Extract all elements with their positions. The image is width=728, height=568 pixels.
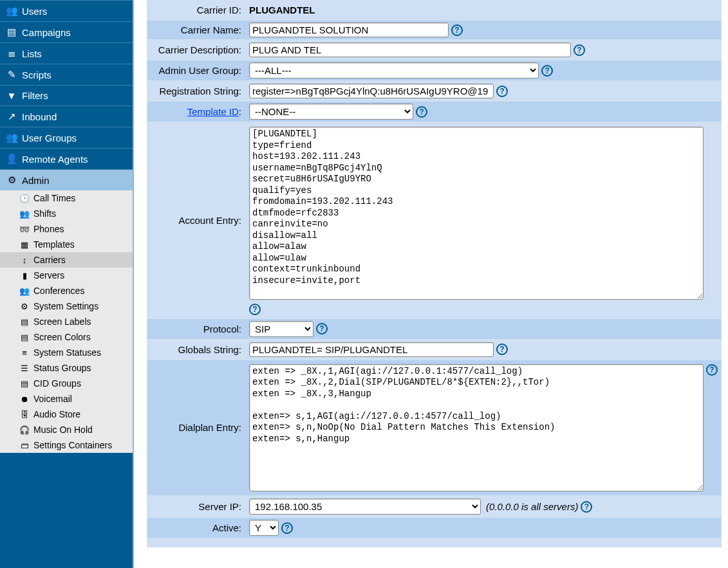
subnav-item-servers[interactable]: ▮Servers	[0, 268, 133, 283]
label-active: Active:	[147, 520, 245, 536]
row-carrier-id: Carrier ID: PLUGANDTEL	[147, 0, 722, 20]
subnav-item-label: Music On Hold	[33, 425, 93, 435]
sidebar-item-label: Lists	[22, 48, 42, 59]
help-icon[interactable]: ?	[281, 522, 293, 534]
row-carrier-name: Carrier Name: ?	[147, 20, 722, 40]
help-icon[interactable]: ?	[416, 106, 427, 118]
input-carrier-name[interactable]	[249, 23, 449, 37]
help-icon[interactable]: ?	[249, 304, 261, 315]
subnav-icon: ▦	[18, 240, 31, 250]
subnav-item-label: Shifts	[33, 208, 56, 219]
nav-icon: ✎	[5, 69, 18, 80]
subnav-item-label: Call Times	[33, 193, 75, 203]
subnav-item-label: CID Groups	[33, 378, 81, 389]
subnav-icon: ▤	[18, 379, 31, 389]
row-active: Active: Y ?	[147, 517, 722, 538]
subnav-item-cid-groups[interactable]: ▤CID Groups	[0, 376, 133, 391]
select-active[interactable]: Y	[249, 520, 279, 536]
label-server-ip: Server IP:	[147, 499, 245, 515]
subnav-item-status-groups[interactable]: ☰Status Groups	[0, 360, 133, 376]
row-carrier-desc: Carrier Description: ?	[147, 40, 722, 60]
subnav-item-screen-colors[interactable]: ▤Screen Colors	[0, 329, 133, 345]
input-globals[interactable]	[249, 342, 494, 357]
subnav-icon: 🗄	[18, 410, 31, 419]
subnav-item-voicemail[interactable]: ⏺Voicemail	[0, 391, 133, 407]
textarea-dialplan[interactable]	[249, 364, 704, 492]
help-icon[interactable]: ?	[541, 65, 553, 77]
sidebar-item-label: Remote Agents	[22, 154, 88, 165]
label-dialplan: Dialplan Entry:	[147, 419, 245, 435]
row-template-id: Template ID: --NONE-- ?	[147, 101, 722, 122]
sidebar-item-inbound[interactable]: ↗Inbound	[0, 105, 133, 127]
subnav-item-label: Voicemail	[33, 394, 72, 404]
nav-icon: 👤	[5, 153, 18, 165]
help-icon[interactable]: ?	[706, 364, 718, 376]
label-reg-string: Registration String:	[147, 83, 245, 99]
subnav-item-music-on-hold[interactable]: 🎧Music On Hold	[0, 422, 133, 437]
row-server-ip: Server IP: 192.168.100.35 (0.0.0.0 is al…	[147, 496, 722, 517]
sidebar-item-filters[interactable]: ▼Filters	[0, 85, 133, 105]
subnav-item-label: Templates	[33, 239, 75, 250]
nav-icon: 👥	[5, 5, 18, 17]
input-carrier-desc[interactable]	[249, 42, 571, 57]
help-icon[interactable]: ?	[574, 44, 585, 56]
sidebar-item-users[interactable]: 👥Users	[0, 0, 133, 21]
subnav-icon: ➿	[18, 224, 31, 234]
subnav-item-screen-labels[interactable]: ▤Screen Labels	[0, 314, 133, 329]
sidebar-item-scripts[interactable]: ✎Scripts	[0, 64, 133, 85]
subnav-icon: 🗃	[18, 441, 31, 450]
label-carrier-name: Carrier Name:	[147, 22, 245, 38]
sidebar-item-label: Admin	[22, 175, 50, 186]
subnav-item-label: Status Groups	[33, 363, 91, 373]
subnav-item-templates[interactable]: ▦Templates	[0, 237, 133, 252]
select-admin-group[interactable]: ---ALL---	[249, 62, 539, 78]
select-server-ip[interactable]: 192.168.100.35	[249, 499, 481, 515]
row-account-entry: Account Entry: ?	[147, 122, 722, 318]
gear-icon: ⚙	[5, 174, 18, 186]
subnav-item-system-statuses[interactable]: ≡System Statuses	[0, 345, 133, 360]
subnav-item-label: Carriers	[33, 255, 66, 265]
sidebar-item-campaigns[interactable]: ▤Campaigns	[0, 21, 133, 42]
link-template-id[interactable]: Template ID	[187, 106, 239, 117]
help-icon[interactable]: ?	[451, 24, 463, 36]
select-template-id[interactable]: --NONE--	[249, 104, 413, 120]
subnav-item-label: Screen Labels	[33, 316, 91, 327]
row-admin-group: Admin User Group: ---ALL--- ?	[147, 60, 722, 81]
help-icon[interactable]: ?	[496, 86, 508, 97]
label-protocol: Protocol:	[147, 321, 245, 337]
sidebar-item-user-groups[interactable]: 👥User Groups	[0, 127, 133, 148]
subnav-icon: ▤	[18, 317, 31, 327]
subnav-item-audio-store[interactable]: 🗄Audio Store	[0, 407, 133, 422]
sidebar-item-remote-agents[interactable]: 👤Remote Agents	[0, 148, 133, 169]
subnav-item-call-times[interactable]: 🕒Call Times	[0, 190, 133, 206]
value-carrier-id: PLUGANDTEL	[245, 1, 721, 19]
row-spacer	[147, 538, 722, 547]
subnav-item-carriers[interactable]: ↕Carriers	[0, 252, 133, 268]
sidebar-item-label: Inbound	[22, 111, 57, 122]
subnav-item-phones[interactable]: ➿Phones	[0, 221, 133, 237]
subnav-item-label: Phones	[33, 224, 64, 234]
subnav-item-conferences[interactable]: 👥Conferences	[0, 283, 133, 298]
sidebar-item-admin[interactable]: ⚙ Admin	[0, 169, 133, 190]
help-icon[interactable]: ?	[581, 501, 592, 513]
subnav-item-label: Settings Containers	[33, 440, 112, 450]
row-reg-string: Registration String: ?	[147, 81, 722, 101]
nav-icon: 👥	[5, 132, 18, 143]
row-globals: Globals String: ?	[147, 340, 722, 360]
subnav-icon: 👥	[18, 286, 31, 296]
label-carrier-desc: Carrier Description:	[147, 42, 245, 58]
subnav-item-settings-containers[interactable]: 🗃Settings Containers	[0, 437, 133, 453]
help-icon[interactable]: ?	[496, 344, 508, 355]
sidebar-item-label: Filters	[22, 90, 48, 101]
sidebar-item-lists[interactable]: ≣Lists	[0, 42, 133, 64]
sidebar-item-label: Users	[22, 6, 47, 17]
help-icon[interactable]: ?	[316, 323, 328, 334]
subnav-item-shifts[interactable]: 👥Shifts	[0, 206, 133, 221]
textarea-account-entry[interactable]	[249, 127, 704, 300]
subnav-item-label: System Settings	[33, 301, 98, 311]
subnav-item-system-settings[interactable]: ⚙System Settings	[0, 298, 133, 314]
row-dialplan: Dialplan Entry: ?	[147, 360, 722, 497]
main-content: Carrier ID: PLUGANDTEL Carrier Name: ? C…	[134, 0, 728, 568]
select-protocol[interactable]: SIP	[249, 321, 313, 337]
input-reg-string[interactable]	[249, 84, 494, 98]
